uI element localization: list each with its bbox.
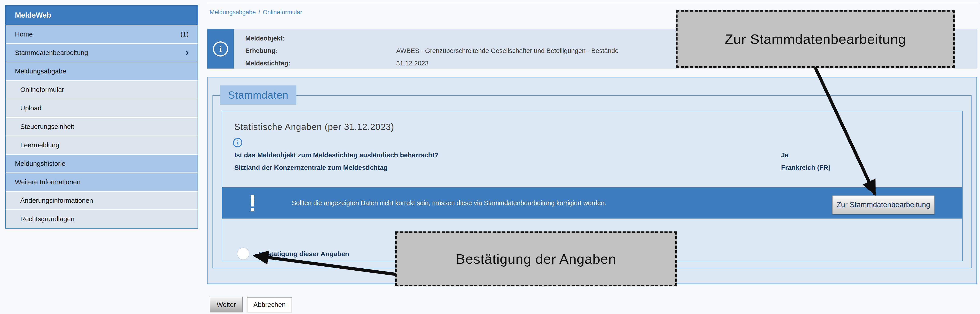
sidebar-item-meldungsabgabe[interactable]: Meldungsabgabe (6, 62, 197, 81)
sidebar-item-meldungshistorie[interactable]: Meldungshistorie (6, 155, 197, 173)
breadcrumb-separator: / (256, 9, 263, 16)
erhebung-value: AWBES - Grenzüberschreitende Gesellschaf… (396, 47, 619, 54)
question-sitzland-konzernzentrale: Sitzland der Konzernzentrale zum Meldest… (234, 164, 388, 171)
sidebar-item-label: Änderungsinformationen (20, 197, 93, 204)
sidebar-item-label: Home (15, 30, 33, 38)
warning-banner: ! Sollten die angezeigten Daten nicht ko… (222, 187, 962, 219)
question-auslaendisch-beherrscht: Ist das Meldeobjekt zum Meldestichtag au… (234, 151, 439, 159)
sidebar-item-home[interactable]: Home (1) (6, 25, 197, 44)
chevron-right-icon: › (185, 44, 189, 60)
sidebar-item-label: Leermeldung (20, 141, 59, 149)
sidebar-item-label: Meldungsabgabe (15, 67, 66, 75)
sidebar-item-label: Stammdatenbearbeitung (15, 49, 88, 56)
callout-zur-stammdatenbearbeitung: Zur Stammdatenbearbeitung (676, 10, 955, 68)
statistische-angaben-title: Statistische Angaben (per 31.12.2023) (234, 122, 394, 132)
sidebar-item-stammdatenbearbeitung[interactable]: Stammdatenbearbeitung › (6, 44, 197, 62)
info-icon: i (213, 41, 228, 57)
sidebar: MeldeWeb Home (1) Stammdatenbearbeitung … (5, 5, 198, 228)
sidebar-item-onlineformular[interactable]: Onlineformular (6, 81, 197, 99)
confirm-radio[interactable] (237, 247, 250, 260)
zur-stammdatenbearbeitung-button[interactable]: Zur Stammdatenbearbeitung (832, 195, 935, 214)
breadcrumb-link-meldungsabgabe[interactable]: Meldungsabgabe (210, 9, 256, 16)
answer-auslaendisch-beherrscht: Ja (781, 151, 789, 159)
info-row-erhebung: Erhebung: (245, 47, 277, 54)
weiter-button[interactable]: Weiter (210, 297, 243, 312)
info-panel-stripe: i (207, 29, 234, 68)
breadcrumb: Meldungsabgabe/Onlineformular (210, 9, 302, 16)
answer-sitzland-konzernzentrale: Frankreich (FR) (781, 164, 830, 171)
sidebar-item-aenderungsinformationen[interactable]: Änderungsinformationen (6, 192, 197, 210)
erhebung-label: Erhebung: (245, 47, 277, 54)
sidebar-item-label: Onlineformular (20, 86, 64, 93)
info-row-meldeobjekt: Meldeobjekt: (245, 35, 285, 42)
sidebar-item-label: Weitere Informationen (15, 178, 81, 186)
callout-bestaetigung-der-angaben: Bestätigung der Angaben (395, 232, 677, 286)
app-title: MeldeWeb (6, 6, 197, 25)
meldeobjekt-label: Meldeobjekt: (245, 35, 285, 42)
callout-text: Bestätigung der Angaben (456, 251, 616, 267)
meldestichtag-value: 31.12.2023 (396, 60, 428, 67)
sidebar-item-upload[interactable]: Upload (6, 99, 197, 118)
sidebar-item-label: Meldungshistorie (15, 160, 65, 167)
sidebar-item-steuerungseinheit[interactable]: Steuerungseinheit (6, 118, 197, 136)
meldestichtag-label: Meldestichtag: (245, 60, 290, 67)
breadcrumb-link-onlineformular[interactable]: Onlineformular (263, 9, 302, 16)
info-icon-small[interactable]: i (233, 138, 242, 147)
sidebar-item-rechtsgrundlagen[interactable]: Rechtsgrundlagen (6, 210, 197, 228)
info-row-meldestichtag: Meldestichtag: (245, 60, 290, 67)
sidebar-item-leermeldung[interactable]: Leermeldung (6, 136, 197, 155)
callout-text: Zur Stammdatenbearbeitung (725, 31, 906, 47)
warning-text: Sollten die angezeigten Daten nicht korr… (292, 187, 606, 219)
home-count-badge: (1) (180, 25, 189, 43)
sidebar-item-label: Upload (20, 105, 41, 112)
exclamation-icon: ! (248, 189, 256, 217)
sidebar-item-weitere-informationen[interactable]: Weitere Informationen (6, 173, 197, 192)
top-divider (207, 3, 979, 3)
tab-stammdaten: Stammdaten (220, 86, 296, 105)
abbrechen-button[interactable]: Abbrechen (247, 297, 292, 312)
sidebar-item-label: Rechtsgrundlagen (20, 215, 75, 222)
confirm-radio-label: Bestätigung dieser Angaben (259, 250, 349, 258)
sidebar-item-label: Steuerungseinheit (20, 123, 74, 130)
